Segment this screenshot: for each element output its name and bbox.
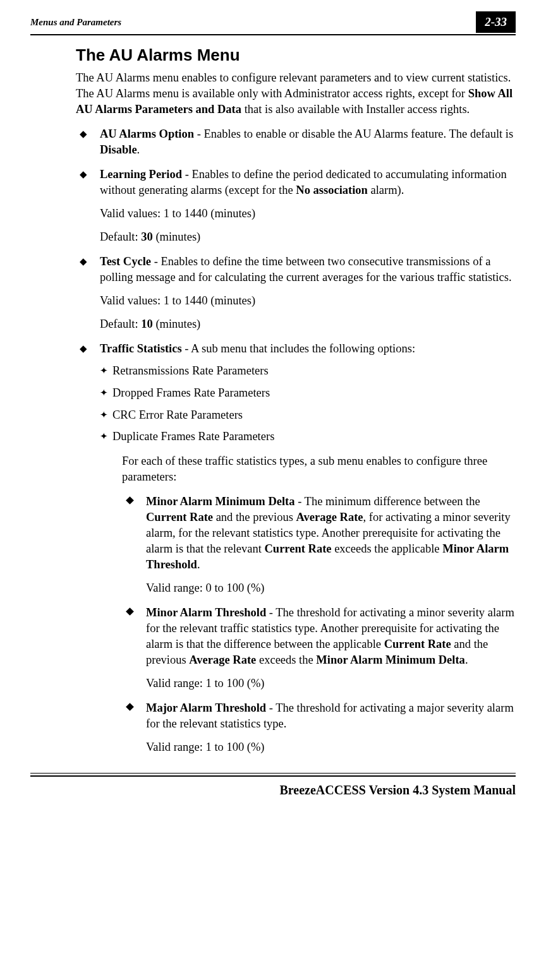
learning-default-b: 30 — [141, 230, 153, 243]
au-option-bold: Disable — [100, 143, 137, 156]
minor-thresh-valid: Valid range: 1 to 100 (%) — [146, 676, 516, 691]
major-thresh-valid: Valid range: 1 to 100 (%) — [146, 739, 516, 755]
learning-bold: No association — [296, 184, 368, 196]
test-cycle-default-a: Default: — [100, 318, 141, 330]
test-cycle-valid: Valid values: 1 to 1440 (minutes) — [100, 293, 516, 309]
au-option-label: AU Alarms Option — [100, 128, 194, 140]
minor-delta-t2: Current Rate — [146, 511, 213, 523]
sub-dropped-frames: Dropped Frames Rate Parameters — [100, 385, 516, 401]
learning-default-c: (minutes) — [153, 230, 201, 243]
minor-delta-t9: . — [197, 558, 200, 571]
au-option-text-a: - Enables to enable or disable the AU Al… — [194, 128, 513, 140]
intro-text-a: The AU Alarms menu enables to configure … — [76, 71, 511, 100]
traffic-sub-intro: For each of these traffic statistics typ… — [122, 453, 516, 485]
top-level-list: AU Alarms Option - Enables to enable or … — [76, 126, 516, 755]
sub-retransmissions: Retransmissions Rate Parameters — [100, 363, 516, 379]
minor-thresh-t6: Minor Alarm Minimum Delta — [316, 654, 465, 666]
au-option-text-c: . — [137, 143, 140, 156]
intro-paragraph: The AU Alarms menu enables to configure … — [76, 70, 516, 117]
minor-thresh-t5: exceeds the — [256, 654, 316, 666]
header-left: Menus and Parameters — [30, 17, 121, 28]
header-rule — [30, 34, 516, 35]
minor-delta-label: Minor Alarm Minimum Delta — [146, 495, 295, 508]
traffic-label: Traffic Statistics — [100, 342, 182, 355]
minor-delta-t1: - The minimum difference between the — [295, 495, 480, 508]
minor-thresh-t4: Average Rate — [189, 654, 256, 666]
sub-duplicate-frames: Duplicate Frames Rate Parameters — [100, 429, 516, 445]
param-minor-delta: Minor Alarm Minimum Delta - The minimum … — [122, 494, 516, 596]
page: Menus and Parameters 2-33 The AU Alarms … — [0, 0, 546, 980]
test-cycle-text: - Enables to define the time between two… — [100, 255, 512, 284]
minor-thresh-t2: Current Rate — [384, 638, 451, 650]
major-thresh-label: Major Alarm Threshold — [146, 702, 266, 714]
learning-text-c: alarm). — [368, 184, 404, 196]
content: The AU Alarms Menu The AU Alarms menu en… — [76, 45, 516, 755]
sub-crc-error: CRC Error Rate Parameters — [100, 407, 516, 423]
footer-rule-thin — [30, 773, 516, 774]
section-title: The AU Alarms Menu — [76, 45, 516, 65]
minor-thresh-label: Minor Alarm Threshold — [146, 606, 266, 619]
test-cycle-default-c: (minutes) — [153, 318, 201, 330]
test-cycle-label: Test Cycle — [100, 255, 151, 268]
traffic-text: - A sub menu that includes the following… — [182, 342, 415, 355]
test-cycle-default-b: 10 — [141, 318, 153, 330]
minor-delta-valid: Valid range: 0 to 100 (%) — [146, 580, 516, 596]
footer-text: BreezeACCESS Version 4.3 System Manual — [30, 783, 516, 798]
minor-delta-t7: exceeds the applicable — [332, 542, 443, 555]
minor-delta-t6: Current Rate — [265, 542, 332, 555]
param-minor-threshold: Minor Alarm Threshold - The threshold fo… — [122, 605, 516, 691]
param-major-threshold: Major Alarm Threshold - The threshold fo… — [122, 700, 516, 755]
traffic-params-list: Minor Alarm Minimum Delta - The minimum … — [122, 494, 516, 755]
footer-rule-thick — [30, 775, 516, 777]
header-page-number: 2-33 — [476, 11, 516, 33]
item-traffic-statistics: Traffic Statistics - A sub menu that inc… — [76, 341, 516, 755]
item-test-cycle: Test Cycle - Enables to define the time … — [76, 254, 516, 332]
learning-default-a: Default: — [100, 230, 141, 243]
intro-text-c: that is also available with Installer ac… — [241, 103, 470, 116]
traffic-sublist: Retransmissions Rate Parameters Dropped … — [100, 363, 516, 445]
test-cycle-default: Default: 10 (minutes) — [100, 316, 516, 332]
item-learning-period: Learning Period - Enables to define the … — [76, 167, 516, 245]
running-header: Menus and Parameters 2-33 — [30, 11, 516, 33]
item-au-alarms-option: AU Alarms Option - Enables to enable or … — [76, 126, 516, 158]
learning-valid: Valid values: 1 to 1440 (minutes) — [100, 206, 516, 222]
learning-default: Default: 30 (minutes) — [100, 229, 516, 245]
learning-label: Learning Period — [100, 168, 182, 181]
minor-thresh-t7: . — [465, 654, 468, 666]
footer-rule — [30, 773, 516, 777]
minor-delta-t4: Average Rate — [296, 511, 363, 523]
minor-delta-t3: and the previous — [213, 511, 296, 523]
